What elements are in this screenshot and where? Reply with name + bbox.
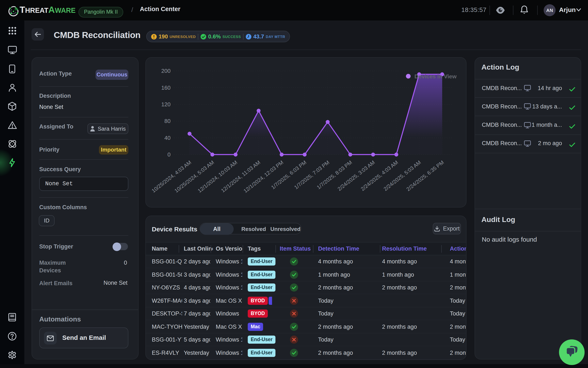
svg-text:2/24/2025, 6:35 PM: 2/24/2025, 6:35 PM — [405, 159, 445, 192]
svg-text:Devices in View: Devices in View — [414, 73, 457, 80]
svg-text:12/1/2024, 10:03 AM: 12/1/2024, 10:03 AM — [197, 159, 238, 194]
svg-text:200: 200 — [161, 68, 171, 74]
svg-text:2/24/2025, 5:03 AM: 2/24/2025, 5:03 AM — [382, 159, 422, 192]
svg-text:40: 40 — [164, 135, 171, 141]
svg-text:2/24/2025, 3:03 AM: 2/24/2025, 3:03 AM — [336, 159, 376, 192]
svg-text:12/1/2024, 11:03 AM: 12/1/2024, 11:03 AM — [220, 159, 261, 193]
svg-text:120: 120 — [161, 101, 171, 108]
svg-text:10/25/2024, 5:03 AM: 10/25/2024, 5:03 AM — [174, 159, 215, 194]
svg-text:10/25/2024, 4:03 AM: 10/25/2024, 4:03 AM — [151, 159, 193, 194]
svg-text:160: 160 — [161, 84, 171, 91]
svg-text:12/1/2024, 12:03 PM: 12/1/2024, 12:03 PM — [243, 159, 285, 194]
svg-text:0: 0 — [167, 151, 171, 158]
svg-text:80: 80 — [164, 118, 171, 124]
